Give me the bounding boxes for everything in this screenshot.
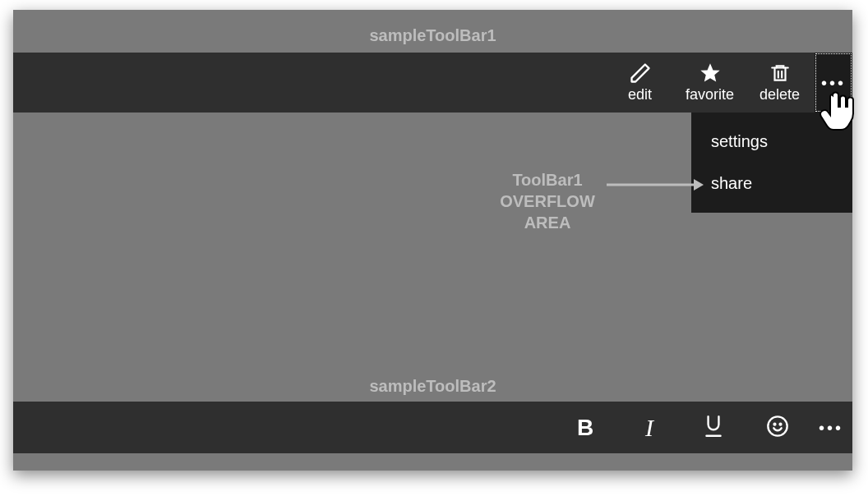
bold-icon: B: [577, 415, 593, 441]
demo-panel: sampleToolBar1 edit favorite: [13, 10, 852, 471]
toolbar1-overflow-panel: settings share: [691, 113, 852, 213]
trash-icon: [769, 62, 791, 85]
arrow-icon: [605, 174, 704, 195]
svg-point-5: [774, 423, 776, 425]
pencil-icon: [629, 62, 652, 85]
favorite-button[interactable]: favorite: [675, 53, 745, 113]
more-icon: •••: [821, 75, 846, 91]
toolbar1: edit favorite: [13, 53, 852, 113]
italic-icon: I: [645, 414, 653, 442]
favorite-label: favorite: [686, 86, 734, 103]
svg-point-6: [780, 423, 782, 425]
emoji-button[interactable]: [746, 402, 810, 453]
toolbar2-title: sampleToolBar2: [13, 377, 852, 396]
edit-label: edit: [628, 86, 652, 103]
delete-button[interactable]: delete: [745, 53, 815, 113]
more-icon: •••: [819, 420, 843, 436]
bold-button[interactable]: B: [553, 402, 617, 453]
delete-label: delete: [760, 86, 800, 103]
svg-point-4: [768, 416, 787, 435]
edit-button[interactable]: edit: [605, 53, 675, 113]
star-icon: [699, 62, 722, 85]
underline-button[interactable]: [681, 402, 746, 453]
overflow-area-caption: ToolBar1 OVERFLOW AREA: [482, 169, 613, 233]
toolbar1-title: sampleToolBar1: [13, 26, 852, 45]
overflow-item-settings[interactable]: settings: [691, 121, 852, 163]
toolbar1-overflow-button[interactable]: •••: [815, 53, 852, 113]
toolbar2-overflow-button[interactable]: •••: [810, 402, 852, 453]
svg-marker-0: [700, 63, 719, 81]
smile-icon: [766, 415, 789, 441]
italic-button[interactable]: I: [617, 402, 681, 453]
toolbar2: B I: [13, 402, 852, 453]
overflow-item-share[interactable]: share: [691, 163, 852, 204]
underline-icon: [703, 414, 724, 442]
